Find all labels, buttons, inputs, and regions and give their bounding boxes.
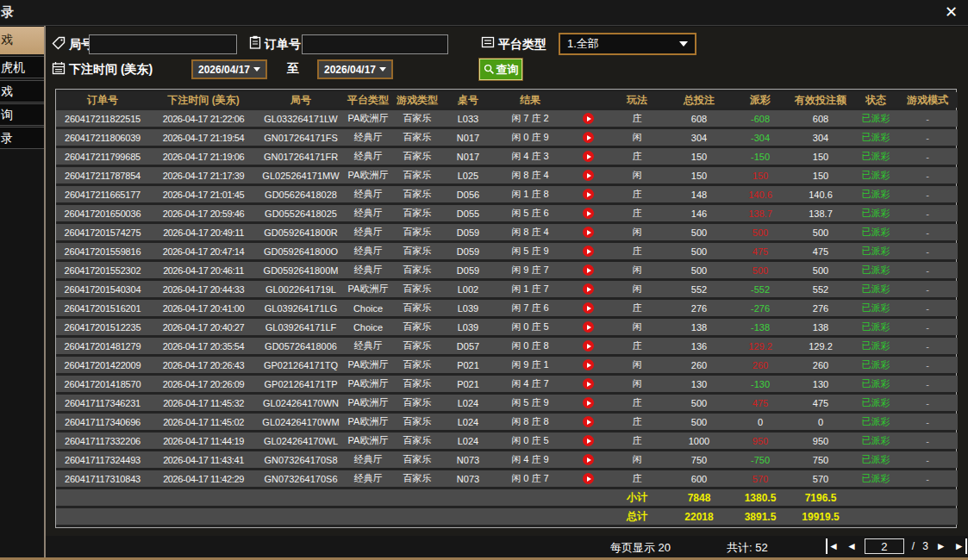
- sidebar-item-slots[interactable]: 虎机: [0, 56, 45, 78]
- list-icon: [481, 35, 495, 49]
- cell-status: 已派彩: [854, 451, 897, 468]
- cell-mode: -: [897, 338, 958, 354]
- cell-platform: Choice: [344, 319, 392, 335]
- cell-mode: -: [897, 470, 958, 487]
- cell-game: 百家乐: [392, 300, 442, 316]
- replay-icon[interactable]: [583, 283, 594, 295]
- replay-icon[interactable]: [583, 473, 594, 484]
- cell-replay: [566, 451, 609, 468]
- cell-status: 已派彩: [854, 319, 897, 335]
- cell-mode: -: [897, 224, 958, 240]
- query-button[interactable]: 查询: [479, 59, 522, 80]
- replay-icon[interactable]: [583, 132, 594, 143]
- cell-round: GL039264171LF: [258, 319, 344, 335]
- cell-game: 百家乐: [392, 414, 442, 430]
- cell-valid-bet: 138: [787, 319, 854, 335]
- cell-table: D057: [442, 338, 494, 354]
- sidebar-item-query[interactable]: 询: [0, 103, 45, 126]
- replay-icon[interactable]: [583, 208, 594, 219]
- cell-round: GD05726418006: [258, 338, 344, 354]
- last-page-icon[interactable]: ►: [954, 538, 967, 554]
- cell-order: 260417201552302: [56, 262, 149, 278]
- replay-icon[interactable]: [583, 189, 594, 200]
- cell-order: 260417201481279: [56, 338, 149, 354]
- date-to-picker[interactable]: 2026/04/17: [317, 59, 393, 79]
- table-row: 2604171173322062026-04-17 11:44:19GL0242…: [56, 432, 958, 449]
- cell-time: 2026-04-17 21:19:06: [149, 148, 258, 165]
- total-pages: 3: [922, 538, 928, 554]
- cell-order: 260417201512235: [56, 319, 149, 335]
- replay-icon[interactable]: [583, 435, 594, 446]
- cell-payout: 0: [734, 414, 787, 430]
- search-icon: [484, 64, 495, 75]
- replay-icon[interactable]: [583, 321, 594, 333]
- cell-result: 闲 5 庄 6: [494, 205, 566, 221]
- date-from-picker[interactable]: 2026/04/17: [191, 59, 267, 79]
- cell-order: 260417201422009: [56, 357, 149, 373]
- round-number-input[interactable]: [89, 34, 237, 54]
- total-count-label: 共计: 52: [727, 540, 768, 556]
- cell-status: 已派彩: [854, 281, 897, 297]
- cell-valid-bet: 950: [787, 432, 854, 449]
- cell-play: 庄: [609, 110, 665, 127]
- cell-valid-bet: 475: [787, 243, 854, 259]
- sidebar-item-records[interactable]: 录: [0, 127, 45, 149]
- cell-mode: -: [897, 357, 958, 373]
- page-number-input[interactable]: [865, 538, 904, 554]
- cell-table: L033: [442, 110, 494, 127]
- cell-time: 2026-04-17 20:46:11: [149, 262, 258, 278]
- replay-icon[interactable]: [583, 340, 594, 352]
- prev-page-icon[interactable]: ◄: [846, 538, 857, 554]
- cell-valid-bet: 500: [787, 262, 854, 278]
- cell-total-bet: 500: [665, 395, 734, 411]
- cell-payout: 150: [734, 167, 787, 184]
- subtotal-row: 小计 7848 1380.5 7196.5: [56, 489, 958, 506]
- col-round: 局号: [258, 92, 344, 108]
- platform-type-select[interactable]: 1.全部: [559, 33, 696, 55]
- cell-status: 已派彩: [854, 129, 897, 146]
- next-page-icon[interactable]: ►: [936, 538, 946, 554]
- replay-icon[interactable]: [583, 378, 594, 389]
- sidebar-item-label: 录: [1, 131, 13, 145]
- replay-icon[interactable]: [583, 302, 594, 314]
- col-play: 玩法: [609, 92, 665, 108]
- cell-game: 百家乐: [392, 186, 442, 202]
- first-page-icon[interactable]: ◄: [826, 538, 839, 554]
- table-row: 2604172015523022026-04-17 20:46:11GD0592…: [56, 262, 958, 278]
- table-row: 2604172117878542026-04-17 21:17:39GL0252…: [56, 167, 958, 184]
- close-icon[interactable]: ✕: [945, 3, 958, 22]
- sidebar-item-game[interactable]: 戏: [0, 80, 45, 103]
- cell-result: 闲 4 庄 3: [494, 148, 566, 165]
- cell-game: 百家乐: [392, 470, 442, 487]
- replay-icon[interactable]: [583, 113, 594, 124]
- replay-icon[interactable]: [583, 416, 594, 427]
- cell-mode: -: [897, 129, 958, 146]
- cell-mode: -: [897, 243, 958, 259]
- replay-icon[interactable]: [583, 151, 594, 162]
- replay-icon[interactable]: [583, 264, 594, 276]
- cell-order: 260417201574275: [56, 224, 149, 240]
- cell-platform: PA欧洲厅: [344, 395, 392, 411]
- window-title: 录: [1, 4, 14, 21]
- cell-valid-bet: 260: [787, 357, 854, 373]
- cell-table: N017: [442, 129, 494, 146]
- date-to-value: 2026/04/17: [324, 64, 376, 76]
- cell-result: 闲 8 庄 4: [494, 224, 566, 240]
- cell-play: 闲: [609, 167, 665, 184]
- cell-order: 260417211665177: [56, 186, 149, 202]
- cell-time: 2026-04-17 21:22:06: [149, 110, 258, 127]
- replay-icon[interactable]: [583, 359, 594, 370]
- replay-icon[interactable]: [583, 454, 594, 465]
- sidebar-divider: [44, 26, 46, 558]
- sidebar-item-label: 戏: [1, 84, 13, 98]
- replay-icon[interactable]: [583, 170, 594, 181]
- cell-order: 260417201516201: [56, 300, 149, 316]
- cell-total-bet: 552: [665, 281, 734, 297]
- cell-payout: 138.7: [734, 205, 787, 221]
- col-order: 订单号: [56, 92, 149, 108]
- replay-icon[interactable]: [583, 397, 594, 408]
- replay-icon[interactable]: [583, 246, 594, 257]
- order-number-input[interactable]: [302, 34, 448, 54]
- cell-valid-bet: 150: [787, 148, 854, 165]
- replay-icon[interactable]: [583, 227, 594, 238]
